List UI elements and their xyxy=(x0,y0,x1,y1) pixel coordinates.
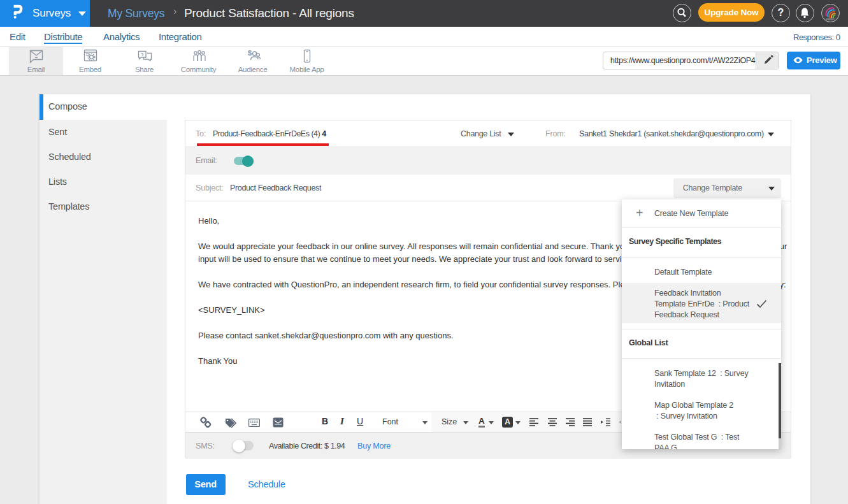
svg-text:$: $ xyxy=(248,49,252,57)
